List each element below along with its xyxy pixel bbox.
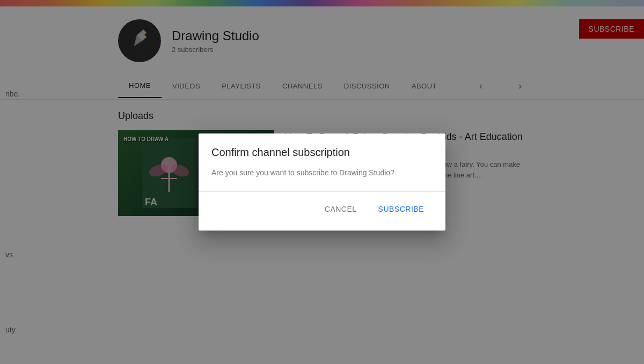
dialog-title: Confirm channel subscription [211,146,433,159]
dialog-subscribe-button[interactable]: SUBSCRIBE [370,200,433,218]
dialog-divider [199,191,445,192]
subscription-dialog: Confirm channel subscription Are you sur… [199,133,445,231]
cancel-button[interactable]: CANCEL [316,200,365,218]
dialog-actions: CANCEL SUBSCRIBE [211,200,433,218]
dialog-body: Are you sure you want to subscribe to Dr… [211,167,433,179]
